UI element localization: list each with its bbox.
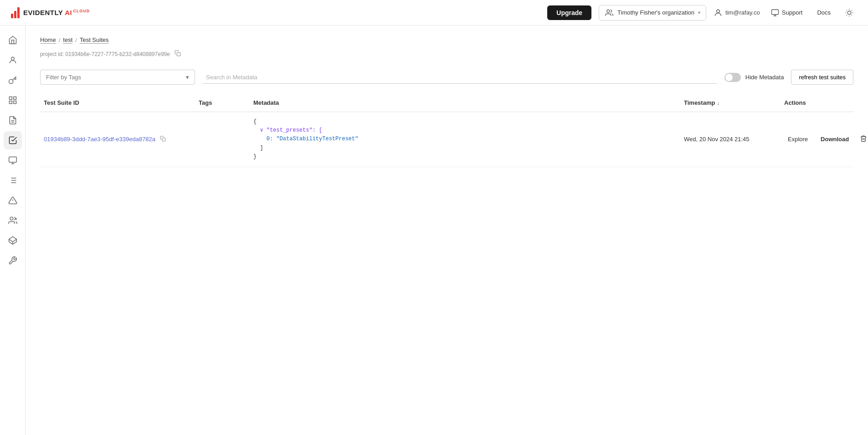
logo: EVIDENTLY AICLOUD xyxy=(11,7,90,18)
col-header-suite-id: Test Suite ID xyxy=(40,97,195,108)
hide-metadata-toggle[interactable] xyxy=(724,73,741,82)
user-icon xyxy=(714,8,723,17)
svg-rect-2 xyxy=(771,10,778,15)
svg-rect-17 xyxy=(13,101,16,104)
svg-point-13 xyxy=(9,79,13,83)
docs-label: Docs xyxy=(817,9,831,16)
svg-rect-36 xyxy=(177,52,180,56)
sidebar-item-list[interactable] xyxy=(4,171,22,178)
svg-line-7 xyxy=(852,15,852,15)
col-header-tags: Tags xyxy=(195,97,250,108)
sidebar-item-dashboard[interactable] xyxy=(4,91,22,109)
user-email: tim@rafay.co xyxy=(725,9,760,16)
logo-text: EVIDENTLY AICLOUD xyxy=(23,9,90,16)
col-header-timestamp: Timestamp ↓ xyxy=(680,97,781,108)
logo-icon xyxy=(11,7,20,18)
svg-rect-20 xyxy=(9,157,16,163)
support-label: Support xyxy=(782,9,803,16)
svg-line-10 xyxy=(847,15,847,15)
explore-button[interactable]: Explore xyxy=(784,134,812,144)
sidebar-item-users[interactable] xyxy=(4,51,22,69)
timestamp-cell: Wed, 20 Nov 2024 21:45 xyxy=(680,130,781,148)
sidebar-item-keys[interactable] xyxy=(4,71,22,89)
tags-cell xyxy=(195,134,250,145)
metadata-search-wrap xyxy=(202,71,717,84)
toggle-thumb xyxy=(725,74,733,81)
sidebar-item-home[interactable] xyxy=(4,31,22,49)
svg-point-12 xyxy=(11,57,14,60)
svg-point-0 xyxy=(607,10,610,12)
table-row: 01934b89-3ddd-7ae3-95df-e339eda8782a { ∨… xyxy=(40,112,853,167)
copy-suite-id-icon xyxy=(160,136,166,142)
hide-metadata-toggle-wrap: Hide Metadata xyxy=(724,73,784,82)
metadata-json: { ∨ "test_presets": [ 0: "DataStabilityT… xyxy=(253,118,677,161)
breadcrumb-page[interactable]: Test Suites xyxy=(80,36,109,44)
org-icon xyxy=(605,8,614,17)
svg-rect-37 xyxy=(162,138,165,141)
navbar: EVIDENTLY AICLOUD Upgrade Timothy Fisher… xyxy=(0,0,868,26)
sidebar-item-monitor[interactable] xyxy=(4,151,22,169)
theme-toggle[interactable] xyxy=(842,7,857,19)
delete-button[interactable] xyxy=(858,133,868,146)
suite-id-cell: 01934b89-3ddd-7ae3-95df-e339eda8782a xyxy=(40,129,195,149)
actions-cell: Explore Download xyxy=(781,128,853,151)
metadata-search-input[interactable] xyxy=(202,74,717,81)
project-id-row: project id: 01934b6e-7227-7775-b232-d840… xyxy=(40,49,853,59)
support-link[interactable]: Support xyxy=(767,7,806,19)
tags-filter-placeholder: Filter by Tags xyxy=(46,74,81,81)
project-id-text: project id: 01934b6e-7227-7775-b232-d840… xyxy=(40,51,170,57)
metadata-cell: { ∨ "test_presets": [ 0: "DataStabilityT… xyxy=(250,112,680,167)
user-profile[interactable]: tim@rafay.co xyxy=(714,8,760,17)
trash-icon xyxy=(860,135,867,142)
sidebar-item-reports[interactable] xyxy=(4,111,22,129)
filter-bar: Filter by Tags ▾ Hide Metadata refresh t… xyxy=(40,70,853,85)
table-header: Test Suite ID Tags Metadata Timestamp ↓ … xyxy=(40,94,853,112)
upgrade-button[interactable]: Upgrade xyxy=(547,5,591,20)
copy-project-id-button[interactable] xyxy=(174,49,182,59)
breadcrumb: Home / test / Test Suites xyxy=(40,36,853,44)
svg-rect-15 xyxy=(13,97,16,100)
test-suites-table: Test Suite ID Tags Metadata Timestamp ↓ … xyxy=(40,94,853,167)
col-header-actions: Actions xyxy=(781,97,853,108)
main-content: Home / test / Test Suites project id: 01… xyxy=(26,26,868,178)
sidebar-item-test-suites[interactable] xyxy=(4,131,22,149)
breadcrumb-project[interactable]: test xyxy=(63,36,72,44)
org-selector[interactable]: Timothy Fisher's organization ▾ xyxy=(599,5,706,20)
svg-line-11 xyxy=(852,10,852,10)
hide-metadata-label: Hide Metadata xyxy=(745,74,784,81)
sun-icon xyxy=(845,9,853,17)
refresh-button[interactable]: refresh test suites xyxy=(791,70,853,85)
svg-point-1 xyxy=(717,10,720,13)
suite-id-link[interactable]: 01934b89-3ddd-7ae3-95df-e339eda8782a xyxy=(44,136,155,143)
discord-icon xyxy=(771,9,779,17)
org-chevron-icon: ▾ xyxy=(698,10,700,15)
copy-suite-id-button[interactable] xyxy=(159,135,167,144)
svg-line-6 xyxy=(847,10,847,10)
svg-rect-16 xyxy=(9,101,12,104)
download-button[interactable]: Download xyxy=(817,134,853,144)
sidebar xyxy=(0,26,26,178)
tags-filter-chevron-icon: ▾ xyxy=(186,74,189,81)
breadcrumb-home[interactable]: Home xyxy=(40,36,56,44)
tags-filter[interactable]: Filter by Tags ▾ xyxy=(40,70,195,85)
timestamp-sort-icon[interactable]: ↓ xyxy=(717,100,719,106)
org-name: Timothy Fisher's organization xyxy=(617,9,694,16)
svg-rect-14 xyxy=(9,97,12,100)
docs-link[interactable]: Docs xyxy=(813,7,834,18)
svg-point-3 xyxy=(847,11,851,15)
col-header-metadata: Metadata xyxy=(250,97,680,108)
copy-icon xyxy=(175,50,181,56)
